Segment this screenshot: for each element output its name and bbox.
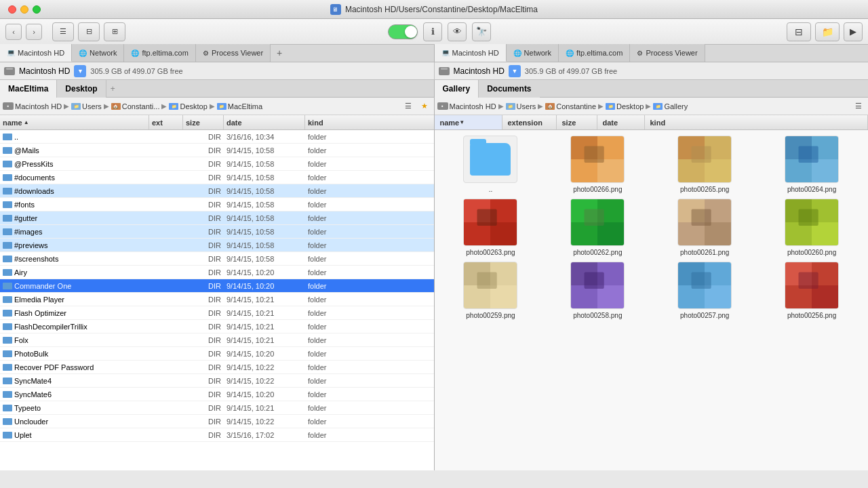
gallery-item[interactable]: photo00262.png	[547, 199, 648, 256]
file-date-cell: 9/14/15, 10:22	[224, 377, 305, 385]
bc-item-desktop[interactable]: 📁 Desktop	[169, 102, 207, 110]
file-date-cell: 9/14/15, 10:20	[224, 268, 305, 277]
tab-gallery[interactable]: Gallery	[435, 80, 479, 98]
tab-ftp-right[interactable]: 🌐 ftp.eltima.com	[559, 44, 630, 62]
gallery-item[interactable]: photo00256.png	[761, 262, 863, 319]
right-bc-desktop[interactable]: 📁 Desktop	[606, 102, 644, 110]
left-file-row[interactable]: Uplet DIR 3/15/16, 17:02 folder	[0, 428, 434, 442]
right-list-toggle[interactable]: ☰	[852, 100, 865, 113]
right-bc-gallery[interactable]: 📁 Gallery	[653, 102, 688, 110]
left-file-row[interactable]: #images DIR 9/14/15, 10:58 folder	[0, 225, 434, 239]
right-bc-hd[interactable]: ▪ Macintosh HD	[437, 102, 496, 110]
back-button[interactable]: ‹	[5, 24, 22, 40]
left-file-list[interactable]: .. DIR 3/16/16, 10:34 folder @Mails DIR …	[0, 130, 434, 470]
file-name-cell: FlashDecompilerTrillix	[0, 323, 149, 331]
maximize-button[interactable]	[33, 5, 41, 14]
info-button[interactable]: ℹ	[423, 22, 442, 41]
left-file-row[interactable]: PhotoBulk DIR 9/14/15, 10:20 folder	[0, 347, 434, 361]
tab-macintosh-hd-left[interactable]: 💻 Macintosh HD	[0, 44, 72, 62]
col-extension-right[interactable]: extension	[502, 115, 557, 129]
left-file-row[interactable]: Airy DIR 9/14/15, 10:20 folder	[0, 266, 434, 279]
bc-item-hd[interactable]: ▪ Macintosh HD	[3, 102, 62, 110]
tab-maceltima[interactable]: MacEltima	[0, 80, 57, 98]
col-date-right[interactable]: date	[597, 115, 645, 129]
photo-thumb	[785, 262, 839, 309]
gallery-item[interactable]: photo00257.png	[654, 262, 755, 319]
left-file-row[interactable]: #gutter DIR 9/14/15, 10:58 folder	[0, 211, 434, 225]
bc-item-maceltima[interactable]: 📁 MacEltima	[217, 102, 262, 110]
gallery-item[interactable]: photo00263.png	[440, 199, 542, 256]
left-file-row[interactable]: SyncMate4 DIR 9/14/15, 10:22 folder	[0, 374, 434, 388]
gallery-item[interactable]: photo00261.png	[654, 199, 755, 256]
left-file-row[interactable]: FlashDecompilerTrillix DIR 9/14/15, 10:2…	[0, 320, 434, 333]
tab-process-left[interactable]: ⚙ Process Viewer	[196, 44, 271, 62]
left-file-row[interactable]: #fonts DIR 9/14/15, 10:58 folder	[0, 198, 434, 211]
col-size-header[interactable]: size	[183, 115, 224, 129]
preview-button[interactable]: 👁	[448, 22, 467, 41]
gallery-item-label: ..	[489, 186, 493, 193]
left-file-row[interactable]: SyncMate6 DIR 9/14/15, 10:20 folder	[0, 388, 434, 401]
search-button[interactable]: 🔭	[472, 22, 491, 41]
file-icon	[3, 391, 12, 398]
tab-network-left[interactable]: 🌐 Network	[72, 44, 124, 62]
tab-documents[interactable]: Documents	[479, 80, 539, 98]
detail-view-button[interactable]: ⊟	[78, 22, 100, 41]
col-date-header[interactable]: date	[224, 115, 305, 129]
left-file-row[interactable]: #documents DIR 9/14/15, 10:58 folder	[0, 171, 434, 184]
close-button[interactable]	[8, 5, 16, 14]
svg-rect-31	[799, 209, 818, 226]
split-button[interactable]: ⊟	[787, 22, 811, 41]
col-name-header[interactable]: name ▲	[0, 115, 149, 129]
bc-item-home[interactable]: 🏠 Constanti...	[111, 102, 160, 110]
left-file-row[interactable]: Recover PDF Password DIR 9/14/15, 10:22 …	[0, 361, 434, 374]
gallery-item[interactable]: photo00266.png	[547, 136, 648, 193]
icon-view-button[interactable]: ⊞	[104, 22, 125, 41]
photo-thumb	[570, 199, 625, 246]
tab-process-right[interactable]: ⚙ Process Viewer	[630, 44, 705, 62]
left-file-row[interactable]: Unclouder DIR 9/14/15, 10:22 folder	[0, 415, 434, 428]
left-file-row[interactable]: Flash Optimizer DIR 9/14/15, 10:21 folde…	[0, 306, 434, 320]
left-file-row[interactable]: Elmedia Player DIR 9/14/15, 10:21 folder	[0, 293, 434, 306]
left-file-row[interactable]: #previews DIR 9/14/15, 10:58 folder	[0, 239, 434, 252]
tab-desktop[interactable]: Desktop	[57, 80, 106, 98]
forward-button[interactable]: ›	[26, 24, 42, 40]
bc-item-users[interactable]: 📁 Users	[71, 102, 102, 110]
svg-rect-2	[440, 69, 448, 74]
toggle-switch[interactable]	[388, 24, 418, 39]
add-tab-left[interactable]: +	[271, 44, 288, 62]
right-panel-button[interactable]: ▶	[844, 22, 863, 41]
left-drive-arrow[interactable]: ▼	[74, 65, 86, 77]
left-file-row[interactable]: #downloads DIR 9/14/15, 10:58 folder	[0, 184, 434, 198]
gallery-item[interactable]: photo00259.png	[440, 262, 542, 319]
left-file-row[interactable]: Commander One DIR 9/14/15, 10:20 folder	[0, 279, 434, 293]
right-bc-users[interactable]: 📁 Users	[506, 102, 536, 110]
col-kind-right[interactable]: kind	[645, 115, 869, 129]
add-panel-tab-left[interactable]: +	[106, 80, 119, 98]
folder-button[interactable]: 📁	[815, 22, 840, 41]
gallery-item[interactable]: photo00265.png	[654, 136, 755, 193]
favorite-btn[interactable]: ★	[418, 100, 431, 113]
gallery-item[interactable]: photo00264.png	[761, 136, 863, 193]
right-drive-arrow[interactable]: ▼	[509, 65, 521, 77]
left-file-row[interactable]: #screenshots DIR 9/14/15, 10:58 folder	[0, 252, 434, 266]
tab-ftp-left[interactable]: 🌐 ftp.eltima.com	[124, 44, 195, 62]
list-toggle[interactable]: ☰	[401, 100, 415, 113]
col-kind-header[interactable]: kind	[305, 115, 434, 129]
left-file-row[interactable]: @Mails DIR 9/14/15, 10:58 folder	[0, 144, 434, 157]
gallery-grid[interactable]: .. photo00266.png photo00265.png	[435, 130, 869, 470]
left-file-row[interactable]: @PressKits DIR 9/14/15, 10:58 folder	[0, 157, 434, 171]
tab-macintosh-hd-right[interactable]: 💻 Macintosh HD	[435, 44, 507, 62]
col-name-right[interactable]: name ▼	[435, 115, 502, 129]
left-file-row[interactable]: Typeeto DIR 9/14/15, 10:21 folder	[0, 401, 434, 415]
minimize-button[interactable]	[20, 5, 28, 14]
col-ext-header[interactable]: ext	[149, 115, 183, 129]
list-view-button[interactable]: ☰	[52, 22, 74, 41]
left-file-row[interactable]: .. DIR 3/16/16, 10:34 folder	[0, 130, 434, 144]
right-bc-home[interactable]: 🏠 Constantine	[545, 102, 596, 110]
gallery-item[interactable]: photo00260.png	[761, 199, 863, 256]
gallery-item[interactable]: ..	[440, 136, 542, 193]
tab-network-right[interactable]: 🌐 Network	[507, 44, 559, 62]
col-size-right[interactable]: size	[557, 115, 597, 129]
left-file-row[interactable]: Folx DIR 9/14/15, 10:21 folder	[0, 333, 434, 347]
gallery-item[interactable]: photo00258.png	[547, 262, 648, 319]
